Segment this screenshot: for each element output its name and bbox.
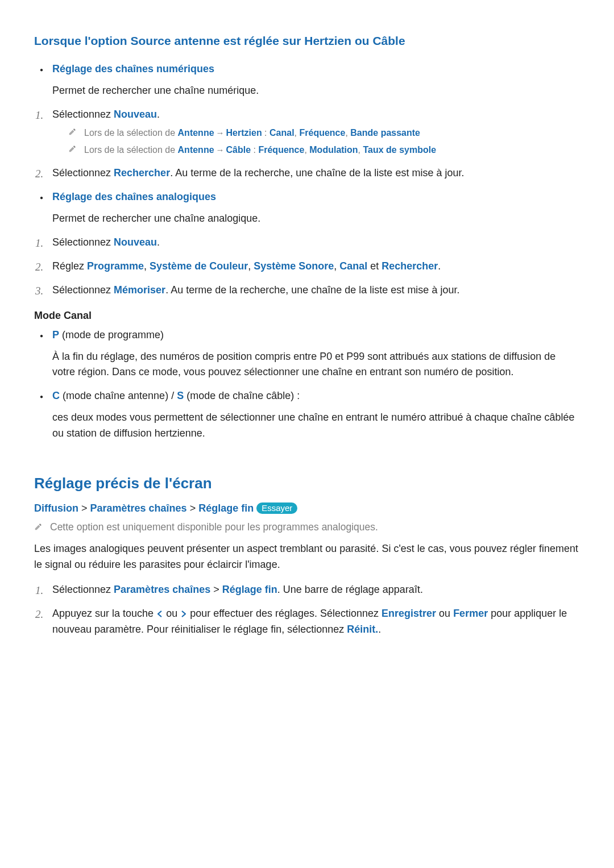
analog-block: Réglage des chaînes analogiques Permet d…	[34, 189, 580, 227]
text: :	[262, 128, 269, 138]
text: (mode de chaîne câble) :	[184, 390, 300, 401]
keyword: Hertzien	[226, 128, 262, 138]
keyword: Enregistrer	[381, 608, 436, 619]
keyword: Taux de symbole	[363, 145, 436, 155]
list-item: C (mode chaîne antenne) / S (mode de cha…	[52, 388, 580, 442]
crumb: Paramètres chaînes	[90, 502, 187, 514]
text: Sélectionnez	[52, 236, 114, 248]
text: .	[157, 109, 160, 120]
pencil-icon	[34, 523, 42, 531]
analog-heading: Réglage des chaînes analogiques	[52, 191, 216, 202]
keyword: Câble	[226, 145, 251, 155]
breadcrumb: Diffusion > Paramètres chaînes > Réglage…	[34, 502, 580, 514]
step-item: Sélectionnez Nouveau.	[52, 235, 580, 251]
analog-desc: Permet de rechercher une chaîne analogiq…	[52, 211, 580, 227]
mode-list: P (mode de programme) À la fin du réglag…	[34, 327, 580, 442]
crumb-sep: >	[187, 502, 199, 514]
text: (mode de programme)	[59, 329, 164, 340]
list-item: P (mode de programme) À la fin du réglag…	[52, 327, 580, 381]
page-content: Lorsque l'option Source antenne est régl…	[0, 0, 614, 679]
body-text: Les images analogiques peuvent présenter…	[34, 541, 580, 573]
chevron-right-icon	[180, 610, 187, 617]
note-text: Cette option est uniquement disponible p…	[50, 521, 378, 533]
try-badge[interactable]: Essayer	[256, 502, 297, 514]
keyword: Système Sonore	[254, 260, 334, 272]
text: . Une barre de réglage apparaît.	[277, 584, 423, 595]
keyword: Réinit.	[347, 624, 378, 635]
text: Sélectionnez	[52, 167, 114, 178]
mode-label: C	[52, 390, 60, 401]
keyword: Canal	[339, 260, 367, 272]
keyword: Nouveau	[114, 109, 157, 120]
keyword: Antenne	[178, 145, 214, 155]
digital-steps: Sélectionnez Nouveau. Lors de la sélecti…	[34, 107, 580, 181]
keyword: Nouveau	[114, 236, 157, 248]
keyword: Canal	[269, 128, 294, 138]
text: Sélectionnez	[52, 584, 114, 595]
keyword: Paramètres chaînes	[114, 584, 210, 595]
text: (mode chaîne antenne) /	[60, 390, 177, 401]
keyword: Fréquence	[258, 145, 304, 155]
keyword: Réglage fin	[222, 584, 277, 595]
arrow-icon: →	[216, 143, 225, 156]
note-row: Cette option est uniquement disponible p…	[34, 521, 580, 533]
keyword: Modulation	[309, 145, 358, 155]
section-title: Réglage précis de l'écran	[34, 475, 580, 492]
text: Réglez	[52, 260, 87, 272]
text: pour effectuer des réglages. Sélectionne…	[187, 608, 381, 619]
mode-heading: Mode Canal	[34, 310, 580, 322]
keyword: Rechercher	[381, 260, 438, 272]
step-item: Sélectionnez Nouveau. Lors de la sélecti…	[52, 107, 580, 157]
pencil-icon	[68, 145, 76, 153]
text: . Au terme de la recherche, une chaîne d…	[170, 167, 464, 178]
digital-desc: Permet de rechercher une chaîne numériqu…	[52, 83, 580, 99]
text: .	[378, 624, 381, 635]
text: ,	[345, 128, 350, 138]
digital-block: Réglage des chaînes numériques Permet de…	[34, 61, 580, 99]
pencil-icon	[68, 128, 76, 136]
keyword: Système de Couleur	[150, 260, 248, 272]
text: Sélectionnez	[52, 284, 114, 296]
text: ou	[436, 608, 453, 619]
step-item: Réglez Programme, Système de Couleur, Sy…	[52, 259, 580, 275]
text: Appuyez sur la touche	[52, 608, 156, 619]
mode-desc: ces deux modes vous permettent de sélect…	[52, 410, 580, 442]
note-row: Lors de la sélection de Antenne→Câble : …	[68, 143, 580, 157]
text: .	[438, 260, 441, 272]
keyword: Bande passante	[350, 128, 420, 138]
text: Lors de la sélection de	[84, 145, 178, 155]
mode-label: S	[177, 390, 184, 401]
digital-heading: Réglage des chaînes numériques	[52, 63, 214, 74]
note-text: Lors de la sélection de Antenne→Câble : …	[84, 143, 436, 157]
keyword: Rechercher	[114, 167, 170, 178]
text: et	[367, 260, 381, 272]
text: Lors de la sélection de	[84, 128, 178, 138]
keyword: Antenne	[178, 128, 214, 138]
step-item: Sélectionnez Paramètres chaînes > Réglag…	[52, 582, 580, 598]
keyword: Programme	[87, 260, 144, 272]
text: :	[251, 145, 258, 155]
text: >	[210, 584, 222, 595]
text: . Au terme de la recherche, une chaîne d…	[165, 284, 459, 296]
text: ,	[334, 260, 339, 272]
note-row: Lors de la sélection de Antenne→Hertzien…	[68, 126, 580, 140]
crumb: Réglage fin	[198, 502, 254, 514]
step-item: Sélectionnez Mémoriser. Au terme de la r…	[52, 283, 580, 298]
note-text: Lors de la sélection de Antenne→Hertzien…	[84, 126, 420, 140]
text: ,	[304, 145, 309, 155]
mode-desc: À la fin du réglage, des numéros de posi…	[52, 349, 580, 381]
section-subtitle: Lorsque l'option Source antenne est régl…	[34, 34, 580, 48]
crumb: Diffusion	[34, 502, 78, 514]
analog-steps: Sélectionnez Nouveau. Réglez Programme, …	[34, 235, 580, 298]
fine-tune-steps: Sélectionnez Paramètres chaînes > Réglag…	[34, 582, 580, 638]
step-item: Appuyez sur la touche ou pour effectuer …	[52, 606, 580, 638]
step-item: Sélectionnez Rechercher. Au terme de la …	[52, 165, 580, 181]
crumb-sep: >	[78, 502, 90, 514]
text: ,	[144, 260, 150, 272]
text: ,	[248, 260, 254, 272]
text: .	[157, 236, 160, 248]
keyword: Fréquence	[299, 128, 345, 138]
text: ou	[163, 608, 180, 619]
keyword: Mémoriser	[114, 284, 165, 296]
mode-label: P	[52, 329, 59, 340]
